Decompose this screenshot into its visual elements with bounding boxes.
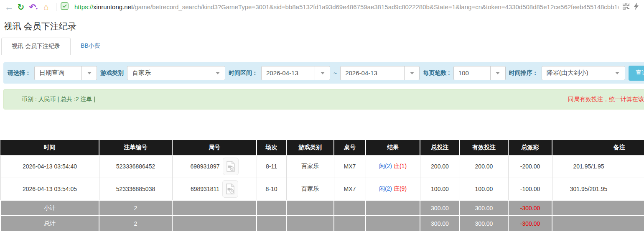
- empty-cell: [257, 200, 286, 216]
- cell-remark: 201.95/1.95: [552, 155, 644, 178]
- column-header-round-id: 局号: [172, 140, 257, 155]
- subtotal-valid-bet: 300.00: [460, 200, 508, 216]
- chevron-down-icon: [490, 66, 505, 80]
- chevron-down-icon: [610, 66, 625, 80]
- column-header-total-bet: 总投注: [420, 140, 460, 155]
- cell-game-type: 百家乐: [286, 178, 334, 200]
- game-type-select[interactable]: 百家乐: [127, 66, 225, 80]
- date-to-select[interactable]: 2026-04-13: [340, 66, 420, 80]
- cell-result: 闲(2) 庄(1): [366, 155, 420, 178]
- sort-order-value: 降幂(由大到小): [542, 69, 610, 77]
- query-mode-value: 日期查询: [35, 69, 81, 77]
- bet-record-table-wrap: 时间 注单编号 局号 场次 游戏类别 桌号 结果 总投注 有效投注 总派彩 备注…: [0, 140, 644, 232]
- subtotal-total-bet: 300.00: [420, 200, 460, 216]
- cell-table-no: MX7: [334, 178, 366, 200]
- total-label: 总计: [0, 216, 99, 231]
- chevron-down-icon: [315, 66, 330, 80]
- cell-payout: -200.00: [508, 155, 552, 178]
- subtotal-row: 小计 2 300.00 300.00 -300.00: [0, 200, 644, 216]
- empty-cell: [552, 216, 644, 231]
- cell-remark: 301.95/201.95: [552, 178, 644, 200]
- summary-notice-bar: 币别 : 人民币 | 总共 :2 注单 | 同局有效投注，统一计算在该局: [3, 89, 644, 110]
- subtotal-label: 小计: [0, 200, 99, 216]
- refresh-icon[interactable]: ↻: [15, 3, 27, 11]
- filter-bar: 请选择： 日期查询 游戏类别 百家乐 时间区间： 2026-04-13 ~ 20…: [3, 62, 644, 84]
- browser-toolbar: ← ↻ ↶ ▾ ⌂ https://xinruntong.net/game/be…: [0, 0, 644, 14]
- cell-valid-bet: 200.00: [460, 155, 508, 178]
- video-replay-icon[interactable]: [223, 158, 239, 175]
- column-header-payout: 总派彩: [508, 140, 552, 155]
- total-row: 总计 2 300.00 300.00 -300.00: [0, 216, 644, 231]
- empty-cell: [366, 216, 420, 231]
- chevron-down-icon: [210, 66, 225, 80]
- column-header-game-type: 游戏类别: [286, 140, 334, 155]
- cell-payout: -100.00: [508, 178, 552, 200]
- column-header-time: 时间: [0, 140, 99, 155]
- cell-total-bet[interactable]: 100.00: [420, 178, 460, 200]
- url-path: /game/betrecord_search/kind3?GameType=30…: [133, 3, 619, 10]
- round-id-text: 698931811: [191, 186, 219, 192]
- security-shield-icon[interactable]: [61, 2, 69, 12]
- bet-record-table: 时间 注单编号 局号 场次 游戏类别 桌号 结果 总投注 有效投注 总派彩 备注…: [0, 140, 644, 232]
- cell-time: 2026-04-13 03:54:40: [0, 155, 99, 178]
- tilde-separator: ~: [333, 70, 337, 76]
- empty-cell: [172, 200, 257, 216]
- cell-session: 8-10: [257, 178, 286, 200]
- cell-total-bet[interactable]: 200.00: [420, 155, 460, 178]
- game-type-label: 游戏类别: [100, 69, 124, 77]
- result-banker: 庄(9): [394, 185, 407, 192]
- total-payout: -300.00: [508, 216, 552, 231]
- url-scheme: https: [74, 3, 88, 10]
- qr-code-icon[interactable]: [623, 3, 629, 11]
- page-size-value: 100: [454, 69, 490, 76]
- flash-lightning-icon[interactable]: [634, 3, 639, 12]
- chevron-down-icon: [81, 66, 97, 80]
- page-title: 视讯 会员下注纪录: [0, 14, 644, 38]
- empty-cell: [172, 216, 257, 231]
- empty-cell: [286, 216, 334, 231]
- tab-bet-records[interactable]: 视讯 会员下注纪录: [1, 38, 71, 55]
- empty-cell: [257, 216, 286, 231]
- home-icon[interactable]: ⌂: [40, 3, 52, 11]
- cell-bet-id: 523336886452: [99, 155, 172, 178]
- table-row: 2026-04-13 03:54:40 523336886452 6989318…: [0, 155, 644, 178]
- search-button[interactable]: 查询: [629, 66, 644, 81]
- date-from-select[interactable]: 2026-04-13: [261, 66, 330, 80]
- query-mode-select[interactable]: 日期查询: [34, 66, 97, 80]
- result-player: 闲(2): [379, 185, 392, 192]
- cell-result: 闲(2) 庄(9): [366, 178, 420, 200]
- video-replay-icon[interactable]: [222, 180, 238, 198]
- sort-order-select[interactable]: 降幂(由大到小): [542, 66, 625, 80]
- query-mode-label: 请选择：: [8, 69, 31, 77]
- column-header-remark: 备注: [552, 140, 644, 155]
- valid-bet-notice: 同局有效投注，统一计算在该局: [568, 96, 644, 103]
- game-type-value: 百家乐: [127, 69, 210, 77]
- cell-game-type: 百家乐: [286, 155, 334, 178]
- table-row: 2026-04-13 03:54:05 523336885038 6989318…: [0, 178, 644, 200]
- subtotal-count: 2: [99, 200, 172, 216]
- empty-cell: [334, 216, 366, 231]
- sort-order-label: 时间排序：: [509, 69, 538, 77]
- cell-session: 8-11: [257, 155, 286, 178]
- cell-round-id: 698931811: [172, 178, 257, 200]
- total-total-bet: 300.00: [420, 216, 460, 231]
- page-size-label: 每页笔数 :: [423, 69, 450, 77]
- total-count: 2: [99, 216, 172, 231]
- total-valid-bet: 300.00: [460, 216, 508, 231]
- column-header-valid-bet: 有效投注: [460, 140, 508, 155]
- round-id-text: 698931897: [190, 163, 219, 170]
- toolbar-divider: [56, 3, 56, 11]
- currency-total-text: 币别 : 人民币 | 总共 :2 注单 |: [4, 96, 95, 103]
- subtotal-payout: -300.00: [508, 200, 552, 216]
- tab-bb-tip[interactable]: BB小费: [71, 38, 110, 55]
- undo-dropdown-caret-icon[interactable]: ▾: [36, 7, 38, 10]
- url-separator: ://: [88, 3, 94, 10]
- column-header-result: 结果: [366, 140, 420, 155]
- back-icon[interactable]: ←: [3, 3, 15, 12]
- address-bar[interactable]: https://xinruntong.net/game/betrecord_se…: [74, 3, 619, 10]
- chevron-down-icon: [404, 66, 419, 80]
- page-size-select[interactable]: 100: [453, 66, 506, 80]
- column-header-bet-id: 注单编号: [99, 140, 172, 155]
- empty-cell: [552, 200, 644, 216]
- result-player: 闲(2): [379, 163, 392, 169]
